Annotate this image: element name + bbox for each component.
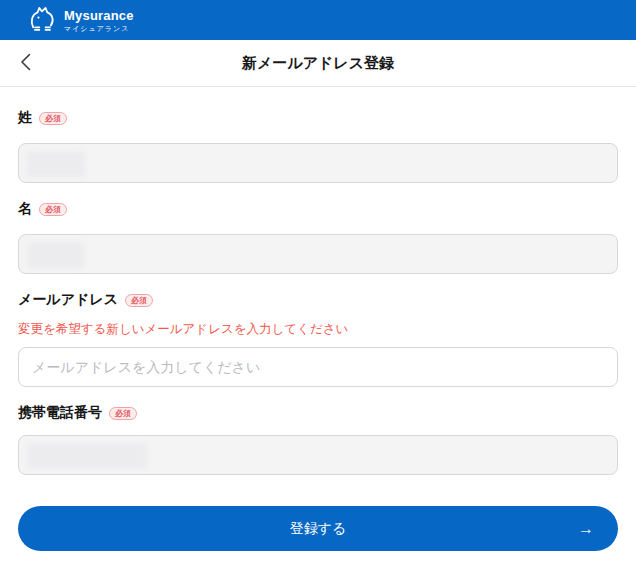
redacted-value xyxy=(27,242,85,268)
mysurance-mascot-icon xyxy=(27,5,57,36)
required-badge: 必須 xyxy=(109,407,137,420)
first-name-field xyxy=(18,234,618,274)
required-badge: 必須 xyxy=(39,112,67,125)
email-input[interactable] xyxy=(18,347,618,387)
logo-text: Mysurance マイシュアランス xyxy=(64,9,134,32)
register-button-label: 登録する xyxy=(290,520,347,538)
register-button[interactable]: 登録する → xyxy=(18,506,618,551)
top-brand-bar: Mysurance マイシュアランス xyxy=(0,0,636,40)
last-name-label: 姓 xyxy=(18,109,32,127)
phone-field xyxy=(18,435,618,475)
required-badge: 必須 xyxy=(39,203,67,216)
email-label: メールアドレス xyxy=(18,291,118,309)
phone-label-row: 携帯電話番号 必須 xyxy=(18,404,618,422)
brand-name: Mysurance xyxy=(64,9,134,22)
chevron-left-icon xyxy=(20,53,31,74)
back-button[interactable] xyxy=(10,40,40,86)
page-header: 新メールアドレス登録 xyxy=(0,40,636,87)
mysurance-logo[interactable]: Mysurance マイシュアランス xyxy=(27,5,134,36)
first-name-label-row: 名 必須 xyxy=(18,200,618,218)
first-name-label: 名 xyxy=(18,200,32,218)
last-name-field xyxy=(18,143,618,183)
page-title: 新メールアドレス登録 xyxy=(242,54,394,73)
arrow-right-icon: → xyxy=(578,520,594,538)
redacted-value xyxy=(27,151,85,177)
email-helper-text: 変更を希望する新しいメールアドレスを入力してください xyxy=(18,321,618,338)
phone-label: 携帯電話番号 xyxy=(18,404,102,422)
brand-kana: マイシュアランス xyxy=(64,25,134,32)
last-name-label-row: 姓 必須 xyxy=(18,109,618,127)
redacted-value xyxy=(27,443,147,469)
required-badge: 必須 xyxy=(125,294,153,307)
email-label-row: メールアドレス 必須 xyxy=(18,291,618,309)
form-content: 姓 必須 名 必須 メールアドレス 必須 変更を希望する新しいメールアドレスを入… xyxy=(0,109,636,551)
